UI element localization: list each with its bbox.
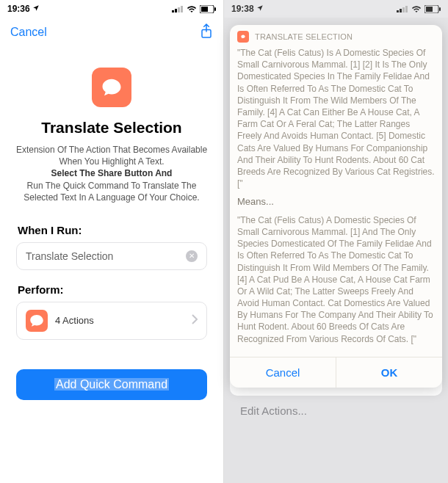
translated-text: "The Cat (Felis Catus) A Domestic Specie… [237,214,435,345]
edit-actions-button[interactable]: Edit Actions... [230,396,442,417]
app-icon [92,68,131,107]
battery-icon [424,5,441,13]
svg-rect-3 [181,6,183,12]
hero-title: Translate Selection [41,119,181,137]
svg-rect-13 [426,7,433,12]
hero: Translate Selection Extension Of The Act… [0,47,223,211]
perform-count: 4 Actions [55,315,184,326]
chat-icon [26,310,48,332]
alert-actions: Cancel OK [230,357,442,388]
translation-alert: TRANSLATE SELECTION "The Cat (Felis Catu… [230,25,442,388]
svg-rect-6 [214,7,216,11]
share-button[interactable] [200,23,213,42]
when-i-run-label: When I Run: [0,211,223,242]
status-bar: 19:38 [224,0,448,18]
hero-description: Extension Of The Action That Becomes Ava… [15,144,209,203]
svg-rect-1 [175,9,177,12]
svg-rect-5 [201,7,208,12]
perform-label: Perform: [0,270,223,302]
location-icon [256,4,264,14]
alert-body: "The Cat (Felis Catus) Is A Domestic Spe… [230,47,442,357]
status-indicators [172,5,216,13]
add-quick-command-button[interactable]: Add Quick Command [16,369,207,400]
when-i-run-card: ✕ [16,242,207,270]
svg-rect-8 [397,10,399,12]
alert-title: TRANSLATE SELECTION [255,32,353,41]
status-time: 19:38 [231,4,254,14]
signal-icon [172,5,184,12]
svg-rect-2 [178,7,180,12]
perform-card[interactable]: 4 Actions [16,302,207,340]
setup-screen: 19:36 Cancel Translate Selection Extensi… [0,0,224,483]
clear-icon[interactable]: ✕ [186,250,198,262]
status-time: 19:36 [7,4,30,14]
cancel-button[interactable]: Cancel [10,26,47,39]
svg-rect-10 [402,7,405,12]
svg-rect-14 [439,7,441,11]
alert-cancel-button[interactable]: Cancel [230,357,336,388]
status-bar: 19:36 [0,0,223,18]
location-icon [32,4,40,14]
svg-rect-0 [172,10,174,12]
alert-ok-button[interactable]: OK [336,357,442,388]
status-indicators [397,5,441,13]
means-label: Means... [237,195,435,208]
result-screen: 19:38 TRANSLATE SELECTION "The Cat (Feli… [224,0,448,483]
original-text: "The Cat (Felis Catus) Is A Domestic Spe… [237,47,435,189]
svg-rect-9 [400,9,402,12]
nav-bar: Cancel [0,18,223,47]
battery-icon [200,5,216,13]
svg-rect-11 [405,6,408,12]
wifi-icon [187,5,197,12]
signal-icon [397,5,408,12]
shortcut-name-input[interactable] [26,250,186,262]
chat-icon [237,31,249,43]
chevron-right-icon [192,314,198,327]
wifi-icon [411,5,422,12]
